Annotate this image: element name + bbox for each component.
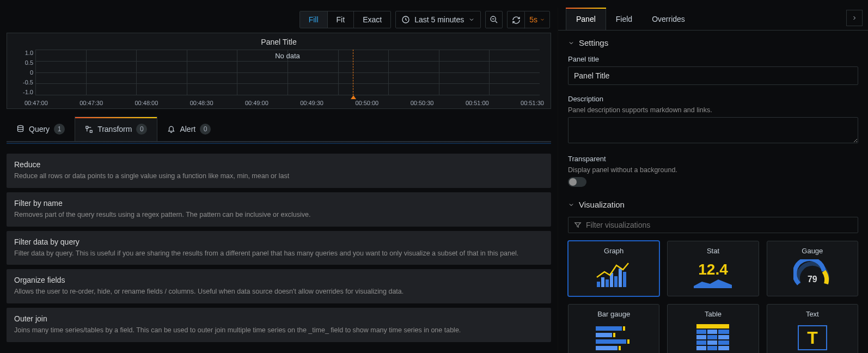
svg-rect-17 xyxy=(619,346,621,350)
svg-rect-25 xyxy=(696,340,706,345)
svg-rect-28 xyxy=(696,346,706,350)
collapse-pane-button[interactable] xyxy=(846,10,863,26)
svg-point-2 xyxy=(18,125,23,127)
svg-rect-5 xyxy=(606,279,609,287)
svg-rect-20 xyxy=(707,330,717,334)
tab-alert[interactable]: Alert 0 xyxy=(157,117,221,141)
x-tick: 00:49:00 xyxy=(245,100,268,106)
transform-title: Outer join xyxy=(14,314,543,323)
tab-overrides[interactable]: Overrides xyxy=(642,8,695,30)
transparent-label: Transparent xyxy=(568,155,858,163)
y-tick: -1.0 xyxy=(18,89,33,95)
database-icon xyxy=(16,125,25,133)
gauge-value: 79 xyxy=(791,275,834,284)
transform-desc: Reduce all rows or data points to a sing… xyxy=(14,171,543,181)
refresh-group: 5s xyxy=(507,11,550,28)
transform-title: Organize fields xyxy=(14,276,543,284)
tab-count: 0 xyxy=(200,124,211,135)
tab-label: Transform xyxy=(97,125,132,133)
toolbar: Fill Fit Exact Last 5 minutes 5s xyxy=(0,10,558,29)
transform-card-reduce[interactable]: Reduce Reduce all rows or data points to… xyxy=(7,154,551,188)
viz-filter[interactable] xyxy=(568,217,858,233)
x-tick: 00:47:00 xyxy=(25,100,48,106)
panel-preview: Panel Title 1.0 0.5 0 -0.5 -1.0 xyxy=(7,33,551,109)
stat-value: 12.4 xyxy=(698,261,728,278)
viz-label: Text xyxy=(806,310,819,318)
x-tick: 00:48:00 xyxy=(135,100,158,106)
y-tick: -0.5 xyxy=(18,79,33,86)
viz-label: Bar gauge xyxy=(597,310,630,318)
svg-rect-7 xyxy=(614,276,618,287)
viz-label: Table xyxy=(705,310,722,318)
svg-rect-27 xyxy=(718,340,729,345)
svg-rect-22 xyxy=(696,335,706,339)
viz-stat[interactable]: Stat 12.4 xyxy=(667,241,759,296)
section-title: Visualization xyxy=(579,200,625,209)
svg-rect-29 xyxy=(707,346,717,350)
viz-label: Gauge xyxy=(802,247,823,255)
svg-rect-24 xyxy=(718,335,729,339)
transform-desc: Filter data by query. This is useful if … xyxy=(14,248,543,259)
description-textarea[interactable] xyxy=(568,117,858,143)
viz-text[interactable]: Text T xyxy=(767,304,858,353)
transform-card-outer-join[interactable]: Outer join Joins many time series/tables… xyxy=(7,308,551,342)
section-title: Settings xyxy=(579,38,608,47)
svg-rect-18 xyxy=(696,324,729,328)
options-content: Settings Panel title Description Panel d… xyxy=(558,31,868,353)
viz-bar-gauge[interactable]: Bar gauge xyxy=(568,304,659,353)
transform-list: Reduce Reduce all rows or data points to… xyxy=(7,154,551,350)
refresh-rate-picker[interactable]: 5s xyxy=(525,11,549,28)
svg-rect-8 xyxy=(619,269,622,287)
options-tabs: Panel Field Overrides xyxy=(558,8,868,31)
time-range-picker[interactable]: Last 5 minutes xyxy=(395,11,481,28)
panel-title-input[interactable] xyxy=(568,66,858,85)
section-visualization[interactable]: Visualization xyxy=(568,200,858,209)
x-tick: 00:48:30 xyxy=(190,100,213,106)
tab-field[interactable]: Field xyxy=(606,8,642,30)
svg-rect-23 xyxy=(707,335,717,339)
time-range-label: Last 5 minutes xyxy=(414,15,464,24)
chart-grid: No data xyxy=(35,50,540,95)
viz-label: Graph xyxy=(604,247,624,255)
chevron-down-icon xyxy=(468,16,475,23)
viz-graph[interactable]: Graph xyxy=(568,241,659,296)
svg-rect-3 xyxy=(597,282,600,287)
chart-x-axis: 00:47:00 00:47:30 00:48:00 00:48:30 00:4… xyxy=(25,100,544,106)
svg-rect-4 xyxy=(601,277,604,287)
tab-query[interactable]: Query 1 xyxy=(7,117,75,141)
transform-card-organize-fields[interactable]: Organize fields Allows the user to re-or… xyxy=(7,269,551,303)
options-pane: Panel Field Overrides Settings Panel tit… xyxy=(558,8,868,353)
zoom-out-button[interactable] xyxy=(485,11,503,28)
refresh-button[interactable] xyxy=(508,11,525,29)
transform-title: Reduce xyxy=(14,160,543,169)
transform-desc: Joins many time series/tables by a field… xyxy=(14,325,543,336)
svg-rect-10 xyxy=(596,326,622,331)
x-tick: 00:50:00 xyxy=(355,100,378,106)
chevron-down-icon xyxy=(568,202,574,208)
tab-transform[interactable]: Transform 0 xyxy=(75,117,157,141)
viz-filter-input[interactable] xyxy=(586,221,852,229)
bell-icon xyxy=(167,125,175,133)
tab-label: Alert xyxy=(180,125,195,133)
x-tick: 00:51:00 xyxy=(466,100,489,106)
viz-gauge[interactable]: Gauge 79 xyxy=(767,241,858,296)
view-mode-fill[interactable]: Fill xyxy=(300,11,328,28)
transform-title: Filter by name xyxy=(14,199,543,208)
tab-count: 0 xyxy=(136,124,147,135)
view-mode-fit[interactable]: Fit xyxy=(328,11,354,28)
x-tick: 00:49:30 xyxy=(300,100,323,106)
transform-desc: Allows the user to re-order, hide, or re… xyxy=(14,287,543,297)
transform-card-filter-data-by-query[interactable]: Filter data by query Filter data by quer… xyxy=(7,231,551,265)
viz-grid: Graph xyxy=(568,241,858,353)
transparent-toggle[interactable] xyxy=(568,177,586,187)
tab-count: 1 xyxy=(54,124,65,135)
section-settings[interactable]: Settings xyxy=(568,38,858,47)
transform-title: Filter data by query xyxy=(14,238,543,246)
tab-panel[interactable]: Panel xyxy=(566,8,606,30)
description-label: Description xyxy=(568,95,858,103)
stat-icon: 12.4 xyxy=(691,258,735,290)
transform-card-filter-by-name[interactable]: Filter by name Removes part of the query… xyxy=(7,192,551,227)
viz-table[interactable]: Table xyxy=(667,304,759,353)
x-tick: 00:50:30 xyxy=(411,100,434,106)
view-mode-exact[interactable]: Exact xyxy=(354,11,390,28)
